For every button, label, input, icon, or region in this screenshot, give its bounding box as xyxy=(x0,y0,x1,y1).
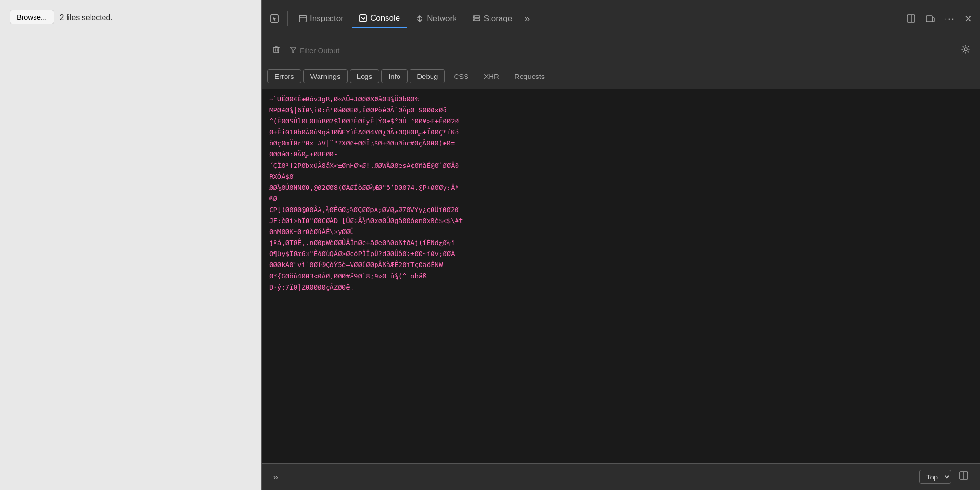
bottom-layout-button[interactable] xyxy=(955,469,972,485)
network-tab-label: Network xyxy=(427,14,456,23)
settings-icon xyxy=(961,45,970,54)
trash-icon xyxy=(271,44,282,55)
filter-input[interactable] xyxy=(300,46,953,55)
filter-tab-debug[interactable]: Debug xyxy=(410,69,445,83)
filter-wrapper xyxy=(289,46,953,56)
filter-icon xyxy=(289,46,297,56)
bottom-bar: » Top xyxy=(262,463,980,490)
options-button[interactable]: ··· xyxy=(941,10,958,28)
svg-point-17 xyxy=(964,48,967,51)
console-output-text: ¬`UËØØÆÊæØóv3gR,Ø«AÜ+JØØØXØâØB¾ÜØbØØ% MP… xyxy=(269,94,972,293)
devtools-panel: Inspector Console Network Storage xyxy=(261,0,980,490)
filter-tab-logs[interactable]: Logs xyxy=(350,69,380,83)
console-toolbar xyxy=(262,37,980,64)
console-tab-label: Console xyxy=(370,13,400,23)
inspector-tab[interactable]: Inspector xyxy=(292,10,350,27)
close-icon: ✕ xyxy=(964,13,972,24)
filter-tab-xhr[interactable]: XHR xyxy=(477,70,506,83)
close-button[interactable]: ✕ xyxy=(960,10,976,27)
svg-rect-3 xyxy=(360,15,366,22)
responsive-button[interactable] xyxy=(922,11,939,26)
svg-rect-1 xyxy=(299,15,306,22)
expand-console-button[interactable]: » xyxy=(269,469,282,484)
files-selected-text: 2 files selected. xyxy=(60,13,113,22)
expand-icon: » xyxy=(273,471,278,482)
storage-tab-label: Storage xyxy=(484,14,513,23)
more-tabs-button[interactable]: » xyxy=(521,10,534,27)
console-settings-button[interactable] xyxy=(957,42,974,59)
filter-tab-css[interactable]: CSS xyxy=(447,70,475,83)
layout-button[interactable] xyxy=(902,11,920,26)
left-panel: Browse... 2 files selected. xyxy=(0,0,261,490)
options-icon: ··· xyxy=(945,12,955,25)
cursor-tool-button[interactable] xyxy=(265,11,284,27)
clear-console-button[interactable] xyxy=(267,41,285,60)
storage-tab[interactable]: Storage xyxy=(466,10,519,27)
inspector-tab-label: Inspector xyxy=(310,14,343,23)
filter-tab-errors[interactable]: Errors xyxy=(267,69,301,83)
network-tab[interactable]: Network xyxy=(409,10,463,27)
bottom-right-controls: Top xyxy=(919,469,972,485)
console-tab[interactable]: Console xyxy=(352,10,407,28)
filter-tab-requests[interactable]: Requests xyxy=(508,70,551,83)
context-selector[interactable]: Top xyxy=(919,470,951,484)
svg-rect-10 xyxy=(926,16,932,22)
filter-tab-info[interactable]: Info xyxy=(381,69,408,83)
devtools-toolbar: Inspector Console Network Storage xyxy=(262,0,980,37)
browse-button[interactable]: Browse... xyxy=(10,10,54,24)
svg-rect-12 xyxy=(274,47,279,53)
filter-tab-warnings[interactable]: Warnings xyxy=(303,69,348,83)
more-tabs-icon: » xyxy=(524,13,530,24)
console-output: ¬`UËØØÆÊæØóv3gR,Ø«AÜ+JØØØXØâØB¾ÜØbØØ% MP… xyxy=(262,89,980,463)
filter-tabs-bar: Errors Warnings Logs Info Debug CSS XHR … xyxy=(262,64,980,89)
toolbar-divider-1 xyxy=(287,11,288,26)
